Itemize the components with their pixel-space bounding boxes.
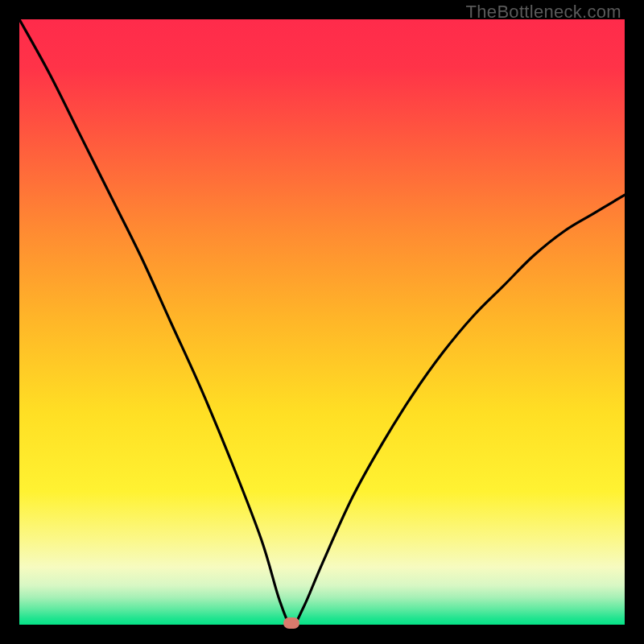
watermark-text: TheBottleneck.com — [466, 2, 621, 23]
bottleneck-curve — [19, 19, 625, 625]
minimum-marker — [283, 617, 299, 629]
